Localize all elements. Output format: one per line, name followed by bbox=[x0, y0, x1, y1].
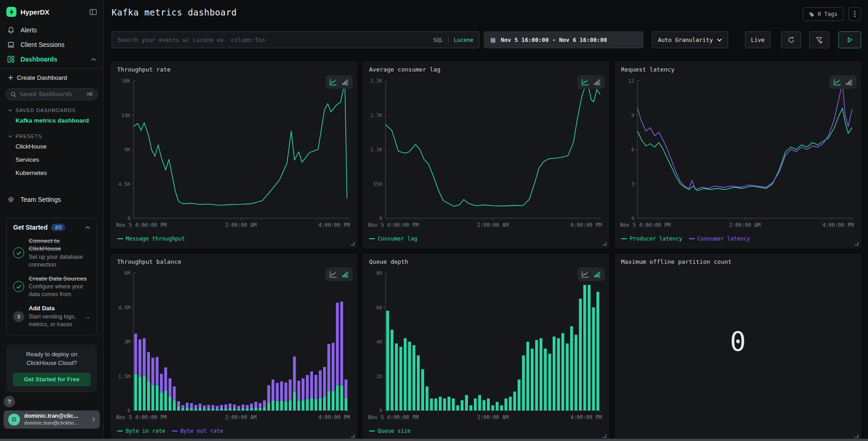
legend-item[interactable]: Producer latency bbox=[621, 236, 683, 242]
legend-dash bbox=[117, 238, 123, 239]
svg-text:80: 80 bbox=[376, 270, 382, 276]
lucene-mode-toggle[interactable]: Lucene bbox=[454, 37, 473, 43]
step-desc: Configure where your data comes from bbox=[29, 283, 90, 298]
line-chart-icon[interactable] bbox=[581, 78, 589, 86]
filter-button[interactable] bbox=[809, 31, 829, 48]
bar-chart-icon[interactable] bbox=[342, 271, 349, 278]
get-started-step-sources[interactable]: Create Data Sources Configure where your… bbox=[13, 275, 90, 299]
legend-item[interactable]: Queue size bbox=[369, 428, 411, 434]
check-circle-icon bbox=[13, 281, 24, 292]
resize-handle[interactable] bbox=[350, 241, 354, 246]
resize-handle[interactable] bbox=[854, 434, 858, 438]
get-started-step-add-data[interactable]: 3 Add Data Start sending logs, metrics, … bbox=[13, 305, 90, 328]
plus-icon bbox=[8, 75, 13, 80]
sidebar-item-kubernetes[interactable]: Kubernetes bbox=[0, 166, 103, 179]
line-chart-icon[interactable] bbox=[329, 78, 337, 86]
refresh-button[interactable] bbox=[781, 31, 801, 48]
tags-button[interactable]: 0 Tags bbox=[803, 7, 843, 21]
resize-handle[interactable] bbox=[854, 241, 858, 246]
saved-dashboards-search-input[interactable] bbox=[20, 91, 83, 97]
get-started-free-button[interactable]: Get Started for Free bbox=[13, 373, 91, 386]
svg-text:60: 60 bbox=[376, 305, 382, 311]
line-chart-icon[interactable] bbox=[581, 271, 589, 278]
chart-type-toggle bbox=[325, 75, 353, 89]
promo-line2: ClickHouse Cloud? bbox=[13, 359, 91, 368]
gear-icon bbox=[7, 196, 15, 203]
bar-chart-icon[interactable] bbox=[342, 79, 349, 86]
play-icon bbox=[847, 37, 853, 43]
sidebar-item-team-settings[interactable]: Team Settings bbox=[0, 191, 103, 208]
line-chart-icon[interactable] bbox=[329, 271, 337, 278]
svg-text:3M: 3M bbox=[124, 339, 131, 345]
event-search-input[interactable] bbox=[118, 36, 430, 43]
run-query-button[interactable] bbox=[838, 31, 861, 48]
legend-item[interactable]: Message throughput bbox=[117, 236, 185, 242]
get-started-step-connect[interactable]: Connect to ClickHouse Set up your databa… bbox=[13, 237, 90, 269]
svg-text:2.2K: 2.2K bbox=[370, 78, 383, 84]
svg-text:4:00:00 PM: 4:00:00 PM bbox=[318, 414, 350, 420]
bar-chart-icon[interactable] bbox=[846, 79, 853, 86]
granularity-value: Auto Granularity bbox=[658, 36, 713, 43]
sidebar-nav: Alerts Client Sessions Dashboards bbox=[0, 22, 103, 67]
progress-badge: 2/3 bbox=[51, 224, 65, 231]
resize-handle[interactable] bbox=[350, 434, 354, 438]
sidebar-item-label: Dashboards bbox=[21, 56, 57, 63]
filter-toolbar: SQL | Lucene Nov 5 16:00:00 - Nov 6 16:0… bbox=[112, 31, 861, 48]
sidebar-item-dashboards[interactable]: Dashboards bbox=[0, 52, 103, 67]
svg-text:2:00:00 AM: 2:00:00 AM bbox=[729, 222, 760, 228]
chevron-down-icon bbox=[8, 109, 12, 112]
chevron-up-icon[interactable] bbox=[85, 226, 90, 229]
saved-dashboards-search[interactable]: ⌘K bbox=[5, 88, 98, 100]
granularity-select[interactable]: Auto Granularity bbox=[652, 31, 728, 48]
horizontal-scrollbar[interactable] bbox=[0, 439, 868, 441]
legend-item[interactable]: Byte in rate bbox=[117, 428, 165, 434]
svg-text:0: 0 bbox=[379, 215, 382, 221]
bar-chart-icon[interactable] bbox=[594, 271, 601, 278]
help-button[interactable]: ? bbox=[4, 396, 15, 407]
panel-queue-depth: Queue depth 020406080Nov 5 4:00:00 PM2:0… bbox=[363, 254, 609, 441]
svg-text:Nov 5 4:00:00 PM: Nov 5 4:00:00 PM bbox=[116, 222, 167, 228]
panel-title: Throughput rate bbox=[117, 66, 170, 73]
live-button[interactable]: Live bbox=[745, 31, 770, 48]
legend-item[interactable]: Byte out rate bbox=[172, 428, 223, 434]
collapse-sidebar-icon[interactable] bbox=[89, 9, 97, 15]
user-email: dominic.tran@clickho... bbox=[24, 420, 78, 426]
search-icon bbox=[10, 92, 16, 97]
svg-text:14K: 14K bbox=[121, 113, 130, 118]
dashboard-grid: Throughput rate 04.5K9K14K18KNov 5 4:00:… bbox=[111, 62, 861, 441]
svg-text:3: 3 bbox=[631, 181, 634, 187]
bar-chart-icon[interactable] bbox=[594, 79, 601, 86]
svg-text:Nov 5 4:00:00 PM: Nov 5 4:00:00 PM bbox=[116, 414, 167, 420]
sidebar-item-client-sessions[interactable]: Client Sessions bbox=[0, 37, 103, 52]
line-chart-icon[interactable] bbox=[833, 78, 841, 86]
sql-mode-toggle[interactable]: SQL bbox=[433, 37, 443, 43]
tag-icon bbox=[809, 11, 815, 17]
sidebar-item-alerts[interactable]: Alerts bbox=[0, 22, 103, 37]
sidebar-item-services[interactable]: Services bbox=[0, 153, 103, 166]
panel-throughput-rate: Throughput rate 04.5K9K14K18KNov 5 4:00:… bbox=[111, 62, 357, 248]
user-menu[interactable]: D dominic.tran@clic... dominic.tran@clic… bbox=[4, 410, 100, 429]
sidebar-item-kafka-metrics-dashboard[interactable]: Kafka metrics dashboard bbox=[0, 114, 103, 127]
step-title: Add Data bbox=[29, 305, 79, 313]
panel-request-latency: Request latency 036912Nov 5 4:00:00 PM2:… bbox=[615, 62, 861, 248]
legend-item[interactable]: Consumer lag bbox=[369, 236, 417, 242]
resize-handle[interactable] bbox=[602, 434, 606, 438]
svg-text:0: 0 bbox=[379, 408, 382, 414]
chart-type-toggle bbox=[577, 75, 605, 89]
resize-handle[interactable] bbox=[602, 241, 606, 246]
saved-dashboards-section-header[interactable]: SAVED DASHBOARDS bbox=[0, 101, 103, 114]
chevron-up-icon[interactable] bbox=[91, 58, 96, 61]
event-search[interactable]: SQL | Lucene bbox=[112, 31, 479, 48]
more-options-button[interactable] bbox=[848, 7, 861, 21]
sidebar-item-clickhouse[interactable]: ClickHouse bbox=[0, 140, 103, 153]
section-label: SAVED DASHBOARDS bbox=[15, 108, 76, 113]
arrow-right-icon: → bbox=[84, 313, 90, 320]
create-dashboard-button[interactable]: Create Dashboard bbox=[0, 69, 103, 85]
legend-item[interactable]: Consumer latency bbox=[689, 236, 750, 242]
date-range-picker[interactable]: Nov 5 16:00:00 - Nov 6 16:00:00 bbox=[484, 31, 643, 48]
chart-legend: Byte in rateByte out rate bbox=[117, 428, 223, 434]
svg-text:2:00:00 AM: 2:00:00 AM bbox=[477, 414, 508, 420]
panel-title: Average consumer lag bbox=[369, 66, 441, 73]
sidebar-item-label: Client Sessions bbox=[21, 41, 65, 48]
presets-section-header[interactable]: PRESETS bbox=[0, 127, 103, 140]
